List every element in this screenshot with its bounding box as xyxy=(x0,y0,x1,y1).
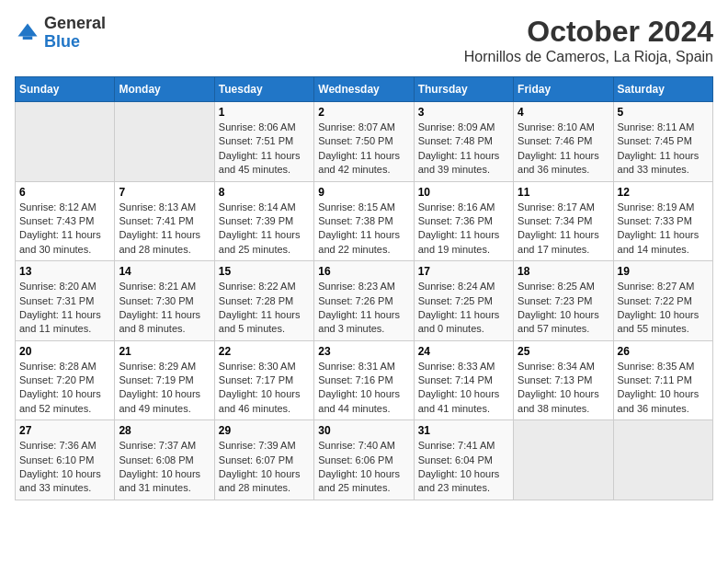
week-row-1: 1Sunrise: 8:06 AMSunset: 7:51 PMDaylight… xyxy=(16,102,713,182)
column-header-wednesday: Wednesday xyxy=(314,77,414,102)
day-detail: Sunrise: 8:10 AMSunset: 7:46 PMDaylight:… xyxy=(518,121,599,175)
day-cell: 15Sunrise: 8:22 AMSunset: 7:28 PMDayligh… xyxy=(214,261,313,341)
day-cell: 29Sunrise: 7:39 AMSunset: 6:07 PMDayligh… xyxy=(214,420,313,500)
day-detail: Sunrise: 8:12 AMSunset: 7:43 PMDaylight:… xyxy=(19,201,101,255)
day-number: 26 xyxy=(618,345,709,358)
page-title: October 2024 xyxy=(464,15,713,49)
logo-icon xyxy=(15,20,40,46)
day-detail: Sunrise: 8:13 AMSunset: 7:41 PMDaylight:… xyxy=(119,201,200,255)
day-number: 19 xyxy=(618,265,709,278)
day-cell: 21Sunrise: 8:29 AMSunset: 7:19 PMDayligh… xyxy=(115,340,214,420)
day-detail: Sunrise: 8:22 AMSunset: 7:28 PMDaylight:… xyxy=(219,281,301,334)
logo: General Blue xyxy=(15,15,106,52)
day-cell: 13Sunrise: 8:20 AMSunset: 7:31 PMDayligh… xyxy=(16,261,115,341)
day-number: 25 xyxy=(518,345,609,358)
day-cell: 24Sunrise: 8:33 AMSunset: 7:14 PMDayligh… xyxy=(414,340,513,420)
svg-marker-0 xyxy=(18,23,38,36)
day-number: 7 xyxy=(119,186,210,199)
day-cell: 12Sunrise: 8:19 AMSunset: 7:33 PMDayligh… xyxy=(613,181,712,261)
day-cell: 4Sunrise: 8:10 AMSunset: 7:46 PMDaylight… xyxy=(514,102,613,182)
day-number: 17 xyxy=(418,265,509,278)
day-number: 3 xyxy=(418,106,509,119)
day-cell: 2Sunrise: 8:07 AMSunset: 7:50 PMDaylight… xyxy=(314,102,414,182)
day-number: 18 xyxy=(518,265,609,278)
day-cell: 18Sunrise: 8:25 AMSunset: 7:23 PMDayligh… xyxy=(514,261,613,341)
day-detail: Sunrise: 8:21 AMSunset: 7:30 PMDaylight:… xyxy=(119,281,200,334)
day-detail: Sunrise: 8:11 AMSunset: 7:45 PMDaylight:… xyxy=(618,121,700,175)
column-header-thursday: Thursday xyxy=(414,77,513,102)
day-cell: 28Sunrise: 7:37 AMSunset: 6:08 PMDayligh… xyxy=(115,420,214,500)
day-number: 30 xyxy=(318,424,409,437)
day-detail: Sunrise: 8:27 AMSunset: 7:22 PMDaylight:… xyxy=(618,281,700,334)
day-detail: Sunrise: 8:19 AMSunset: 7:33 PMDaylight:… xyxy=(618,201,700,255)
day-number: 6 xyxy=(19,186,110,199)
day-detail: Sunrise: 8:28 AMSunset: 7:20 PMDaylight:… xyxy=(19,361,101,414)
day-number: 10 xyxy=(418,186,509,199)
day-cell xyxy=(115,102,214,182)
day-number: 24 xyxy=(418,345,509,358)
week-row-3: 13Sunrise: 8:20 AMSunset: 7:31 PMDayligh… xyxy=(16,261,713,341)
day-number: 15 xyxy=(219,265,310,278)
day-number: 13 xyxy=(19,265,110,278)
day-number: 11 xyxy=(518,186,609,199)
logo-general: General xyxy=(44,14,106,32)
day-detail: Sunrise: 8:14 AMSunset: 7:39 PMDaylight:… xyxy=(219,201,301,255)
day-number: 5 xyxy=(618,106,709,119)
day-detail: Sunrise: 8:35 AMSunset: 7:11 PMDaylight:… xyxy=(618,361,700,414)
day-detail: Sunrise: 8:20 AMSunset: 7:31 PMDaylight:… xyxy=(19,281,101,334)
day-detail: Sunrise: 7:39 AMSunset: 6:07 PMDaylight:… xyxy=(219,440,301,493)
day-detail: Sunrise: 8:15 AMSunset: 7:38 PMDaylight:… xyxy=(318,201,400,255)
day-number: 21 xyxy=(119,345,210,358)
day-detail: Sunrise: 8:31 AMSunset: 7:16 PMDaylight:… xyxy=(318,361,400,414)
day-number: 2 xyxy=(318,106,409,119)
day-cell xyxy=(514,420,613,500)
day-number: 1 xyxy=(219,106,310,119)
svg-rect-1 xyxy=(23,36,33,40)
day-number: 12 xyxy=(618,186,709,199)
day-cell: 5Sunrise: 8:11 AMSunset: 7:45 PMDaylight… xyxy=(613,102,712,182)
day-cell: 8Sunrise: 8:14 AMSunset: 7:39 PMDaylight… xyxy=(214,181,313,261)
day-number: 9 xyxy=(318,186,409,199)
day-cell: 30Sunrise: 7:40 AMSunset: 6:06 PMDayligh… xyxy=(314,420,414,500)
day-cell: 23Sunrise: 8:31 AMSunset: 7:16 PMDayligh… xyxy=(314,340,414,420)
day-detail: Sunrise: 8:34 AMSunset: 7:13 PMDaylight:… xyxy=(518,361,599,414)
page-subtitle: Hornillos de Cameros, La Rioja, Spain xyxy=(464,49,713,65)
day-detail: Sunrise: 7:37 AMSunset: 6:08 PMDaylight:… xyxy=(119,440,200,493)
day-detail: Sunrise: 8:17 AMSunset: 7:34 PMDaylight:… xyxy=(518,201,599,255)
column-header-monday: Monday xyxy=(115,77,214,102)
day-number: 14 xyxy=(119,265,210,278)
week-row-2: 6Sunrise: 8:12 AMSunset: 7:43 PMDaylight… xyxy=(16,181,713,261)
day-number: 4 xyxy=(518,106,609,119)
day-cell: 1Sunrise: 8:06 AMSunset: 7:51 PMDaylight… xyxy=(214,102,313,182)
day-detail: Sunrise: 7:41 AMSunset: 6:04 PMDaylight:… xyxy=(418,440,500,493)
day-detail: Sunrise: 8:24 AMSunset: 7:25 PMDaylight:… xyxy=(418,281,500,334)
column-header-sunday: Sunday xyxy=(16,77,115,102)
day-number: 20 xyxy=(19,345,110,358)
header-row: SundayMondayTuesdayWednesdayThursdayFrid… xyxy=(16,77,713,102)
day-cell: 7Sunrise: 8:13 AMSunset: 7:41 PMDaylight… xyxy=(115,181,214,261)
day-cell xyxy=(613,420,712,500)
day-detail: Sunrise: 8:06 AMSunset: 7:51 PMDaylight:… xyxy=(219,121,301,175)
day-detail: Sunrise: 8:16 AMSunset: 7:36 PMDaylight:… xyxy=(418,201,500,255)
day-cell: 25Sunrise: 8:34 AMSunset: 7:13 PMDayligh… xyxy=(514,340,613,420)
column-header-saturday: Saturday xyxy=(613,77,712,102)
day-detail: Sunrise: 8:07 AMSunset: 7:50 PMDaylight:… xyxy=(318,121,400,175)
day-cell: 27Sunrise: 7:36 AMSunset: 6:10 PMDayligh… xyxy=(16,420,115,500)
logo-text: General Blue xyxy=(44,15,106,52)
day-cell: 3Sunrise: 8:09 AMSunset: 7:48 PMDaylight… xyxy=(414,102,513,182)
day-detail: Sunrise: 8:29 AMSunset: 7:19 PMDaylight:… xyxy=(119,361,200,414)
day-cell: 10Sunrise: 8:16 AMSunset: 7:36 PMDayligh… xyxy=(414,181,513,261)
day-cell: 20Sunrise: 8:28 AMSunset: 7:20 PMDayligh… xyxy=(16,340,115,420)
day-detail: Sunrise: 8:33 AMSunset: 7:14 PMDaylight:… xyxy=(418,361,500,414)
column-header-friday: Friday xyxy=(514,77,613,102)
day-cell: 9Sunrise: 8:15 AMSunset: 7:38 PMDaylight… xyxy=(314,181,414,261)
title-block: October 2024 Hornillos de Cameros, La Ri… xyxy=(464,15,713,65)
day-cell: 17Sunrise: 8:24 AMSunset: 7:25 PMDayligh… xyxy=(414,261,513,341)
calendar-table: SundayMondayTuesdayWednesdayThursdayFrid… xyxy=(15,76,713,500)
day-detail: Sunrise: 8:23 AMSunset: 7:26 PMDaylight:… xyxy=(318,281,400,334)
day-number: 22 xyxy=(219,345,310,358)
day-cell: 22Sunrise: 8:30 AMSunset: 7:17 PMDayligh… xyxy=(214,340,313,420)
day-number: 23 xyxy=(318,345,409,358)
week-row-5: 27Sunrise: 7:36 AMSunset: 6:10 PMDayligh… xyxy=(16,420,713,500)
day-detail: Sunrise: 7:40 AMSunset: 6:06 PMDaylight:… xyxy=(318,440,400,493)
